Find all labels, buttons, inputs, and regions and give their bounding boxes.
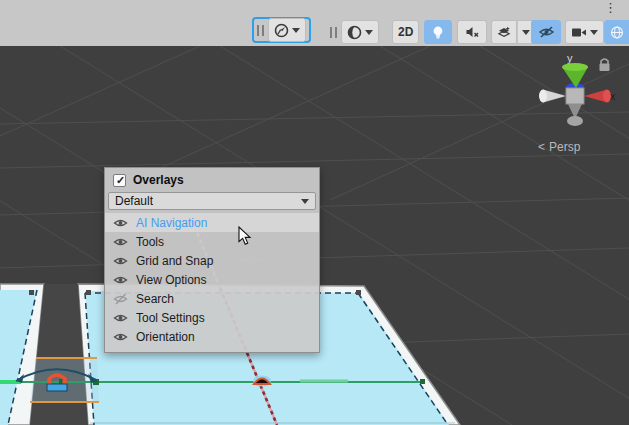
dropdown-caret-icon[interactable]: [365, 30, 373, 35]
axis-x-label: x: [610, 90, 616, 102]
overlays-enabled-checkbox[interactable]: ✓: [113, 174, 126, 187]
checkmark-icon: ✓: [116, 174, 125, 187]
menu-item-search[interactable]: Search: [105, 289, 319, 308]
overlays-menu-header: ✓ Overlays: [105, 168, 319, 190]
scene-toolbar-area: ⋮ 2D: [0, 0, 629, 46]
dropdown-caret-icon: [301, 199, 309, 204]
overlays-menu-title: Overlays: [133, 173, 184, 187]
overlay-toolbar-view-options[interactable]: [330, 20, 379, 44]
gizmos-button[interactable]: [604, 20, 629, 44]
speaker-muted-icon: [465, 25, 480, 39]
gizmo-cube[interactable]: [566, 88, 584, 104]
overlay-preset-dropdown[interactable]: Default: [108, 192, 316, 210]
eye-icon[interactable]: [113, 255, 128, 267]
axis-y-label: y: [567, 52, 573, 64]
dropdown-caret-icon[interactable]: [292, 28, 300, 33]
fx-stack-icon: [497, 25, 511, 40]
menu-item-tool-settings[interactable]: Tool Settings: [105, 308, 319, 327]
projection-label: Persp: [549, 140, 580, 154]
camera-button[interactable]: [565, 20, 604, 44]
ai-navigation-compass-button[interactable]: [268, 18, 306, 42]
persp-chevron-icon: <: [538, 140, 545, 154]
compass-icon: [274, 23, 289, 38]
effects-button[interactable]: [491, 20, 517, 44]
shading-mode-button[interactable]: [341, 20, 379, 44]
overlay-preset-value: Default: [115, 194, 153, 208]
eye-icon[interactable]: [113, 236, 128, 248]
eye-slash-icon: [538, 25, 555, 39]
shaded-sphere-icon: [347, 25, 362, 40]
dropdown-caret-icon: [522, 30, 530, 35]
menu-item-orientation[interactable]: Orientation: [105, 327, 319, 346]
drag-handle-icon[interactable]: [257, 25, 264, 36]
camera-icon: [571, 26, 587, 39]
hidden-objects-button[interactable]: [531, 20, 561, 44]
audio-mute-button[interactable]: [457, 20, 487, 44]
eye-icon[interactable]: [113, 274, 128, 286]
eye-slash-icon[interactable]: [113, 293, 128, 305]
menu-item-ai-navigation[interactable]: AI Navigation: [105, 213, 319, 232]
overlays-menu: ✓ Overlays Default AI Navigation Tools G…: [104, 167, 320, 353]
eye-icon[interactable]: [113, 217, 128, 229]
scene-lighting-button[interactable]: [424, 20, 452, 44]
projection-toggle[interactable]: < Persp: [538, 140, 580, 154]
2d-label: 2D: [398, 25, 413, 39]
globe-icon: [610, 25, 624, 40]
eye-icon[interactable]: [113, 312, 128, 324]
light-bulb-icon: [431, 25, 445, 40]
menu-item-view-options[interactable]: View Options: [105, 270, 319, 289]
dropdown-caret-icon[interactable]: [590, 30, 598, 35]
overlay-toolbar-ai-navigation[interactable]: [252, 17, 311, 43]
menu-item-tools[interactable]: Tools: [105, 232, 319, 251]
path-edge-link-icon: [253, 376, 271, 387]
eye-icon[interactable]: [113, 331, 128, 343]
drag-handle-icon[interactable]: [330, 27, 337, 38]
overlay-menu-kebab-icon[interactable]: ⋮: [604, 1, 616, 16]
2d-toggle-button[interactable]: 2D: [392, 20, 419, 44]
menu-item-grid-and-snap[interactable]: Grid and Snap: [105, 251, 319, 270]
